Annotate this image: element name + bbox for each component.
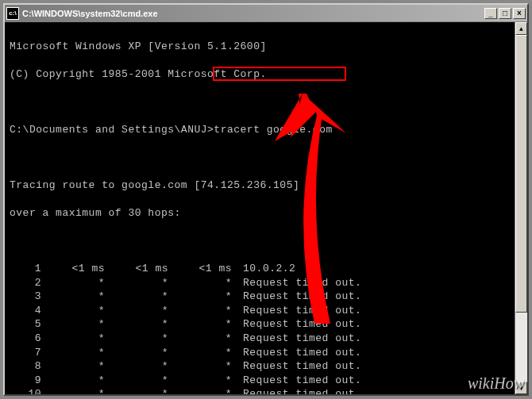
hop-row: 9***Request timed out. [10,374,522,388]
scroll-up-button[interactable]: ▲ [515,22,527,35]
tracing-line-1: Tracing route to google.com [74.125.236.… [10,178,522,193]
hop-row: 6***Request timed out. [10,332,522,346]
cmd-window: c:\ C:\WINDOWS\system32\cmd.exe _ □ × Mi… [3,3,529,396]
tracing-line-2: over a maximum of 30 hops: [10,206,522,221]
minimize-button[interactable]: _ [484,8,497,19]
typed-command: tracert google.com [214,124,332,136]
title-bar[interactable]: c:\ C:\WINDOWS\system32\cmd.exe _ □ × [5,5,527,22]
hop-row: 4***Request timed out. [10,304,522,318]
terminal-output[interactable]: Microsoft Windows XP [Version 5.1.2600] … [5,22,527,394]
window-title: C:\WINDOWS\system32\cmd.exe [22,9,484,18]
scroll-down-button[interactable]: ▼ [515,382,527,394]
hop-row: 7***Request timed out. [10,346,522,360]
maximize-button[interactable]: □ [499,8,511,19]
close-button[interactable]: × [513,8,526,19]
header-line-1: Microsoft Windows XP [Version 5.1.2600] [10,40,522,54]
hop-row: 1<1 ms<1 ms<1 ms10.0.2.2 [10,262,522,276]
hop-row: 8***Request timed out. [10,359,522,374]
scroll-track[interactable] [515,35,527,382]
prompt-path: C:\Documents and Settings\ANUJ> [10,124,214,136]
hop-row: 3***Request timed out. [10,290,522,304]
header-line-2: (C) Copyright 1985-2001 Microsoft Corp. [10,67,522,82]
cmd-icon: c:\ [6,7,19,20]
hop-row: 5***Request timed out. [10,317,522,332]
hop-row: 2***Request timed out. [10,276,522,290]
hop-row: 10***Request timed out. [10,387,522,394]
vertical-scrollbar[interactable]: ▲ ▼ [515,22,527,394]
scroll-thumb[interactable] [515,35,527,313]
